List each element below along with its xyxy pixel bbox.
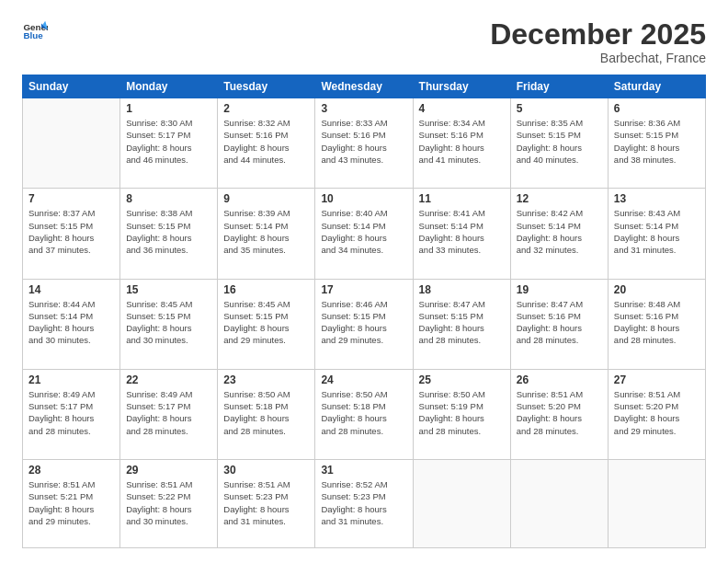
day-number: 24	[321, 373, 406, 386]
day-info: Sunrise: 8:52 AM Sunset: 5:23 PM Dayligh…	[321, 478, 406, 527]
day-info: Sunrise: 8:45 AM Sunset: 5:15 PM Dayligh…	[223, 298, 309, 347]
day-info: Sunrise: 8:36 AM Sunset: 5:15 PM Dayligh…	[614, 117, 700, 166]
col-header-sunday: Sunday	[23, 75, 120, 98]
day-number: 19	[517, 283, 602, 296]
table-row: 19Sunrise: 8:47 AM Sunset: 5:16 PM Dayli…	[510, 279, 608, 369]
table-row: 5Sunrise: 8:35 AM Sunset: 5:15 PM Daylig…	[510, 98, 608, 189]
col-header-thursday: Thursday	[413, 75, 510, 98]
day-number: 23	[223, 373, 309, 386]
table-row: 23Sunrise: 8:50 AM Sunset: 5:18 PM Dayli…	[218, 369, 315, 459]
location-subtitle: Barbechat, France	[490, 51, 706, 65]
table-row: 6Sunrise: 8:36 AM Sunset: 5:15 PM Daylig…	[608, 98, 705, 189]
day-info: Sunrise: 8:33 AM Sunset: 5:16 PM Dayligh…	[321, 117, 406, 166]
day-info: Sunrise: 8:46 AM Sunset: 5:15 PM Dayligh…	[321, 298, 406, 347]
day-info: Sunrise: 8:50 AM Sunset: 5:18 PM Dayligh…	[223, 388, 309, 437]
logo: General Blue	[22, 18, 48, 44]
table-row: 16Sunrise: 8:45 AM Sunset: 5:15 PM Dayli…	[218, 279, 315, 369]
day-number: 5	[517, 102, 602, 115]
table-row: 3Sunrise: 8:33 AM Sunset: 5:16 PM Daylig…	[315, 98, 413, 189]
day-info: Sunrise: 8:51 AM Sunset: 5:23 PM Dayligh…	[223, 478, 309, 527]
table-row	[413, 460, 510, 548]
day-number: 8	[126, 192, 211, 205]
col-header-monday: Monday	[120, 75, 218, 98]
day-info: Sunrise: 8:44 AM Sunset: 5:14 PM Dayligh…	[28, 298, 114, 347]
table-row: 28Sunrise: 8:51 AM Sunset: 5:21 PM Dayli…	[23, 460, 120, 548]
header-row: Sunday Monday Tuesday Wednesday Thursday…	[23, 75, 706, 98]
day-info: Sunrise: 8:50 AM Sunset: 5:19 PM Dayligh…	[419, 388, 505, 437]
table-row: 18Sunrise: 8:47 AM Sunset: 5:15 PM Dayli…	[413, 279, 510, 369]
table-row: 10Sunrise: 8:40 AM Sunset: 5:14 PM Dayli…	[315, 189, 413, 279]
day-number: 13	[614, 192, 700, 205]
table-row: 14Sunrise: 8:44 AM Sunset: 5:14 PM Dayli…	[23, 279, 120, 369]
day-number: 27	[614, 373, 700, 386]
day-number: 25	[419, 373, 505, 386]
day-number: 20	[614, 283, 700, 296]
day-info: Sunrise: 8:32 AM Sunset: 5:16 PM Dayligh…	[223, 117, 309, 166]
table-row: 8Sunrise: 8:38 AM Sunset: 5:15 PM Daylig…	[120, 189, 218, 279]
calendar-week-2: 7Sunrise: 8:37 AM Sunset: 5:15 PM Daylig…	[23, 189, 706, 279]
day-info: Sunrise: 8:51 AM Sunset: 5:20 PM Dayligh…	[517, 388, 602, 437]
day-number: 9	[223, 192, 309, 205]
calendar-page: General Blue December 2025 Barbechat, Fr…	[0, 0, 728, 563]
day-number: 16	[223, 283, 309, 296]
day-info: Sunrise: 8:50 AM Sunset: 5:18 PM Dayligh…	[321, 388, 406, 437]
day-info: Sunrise: 8:34 AM Sunset: 5:16 PM Dayligh…	[419, 117, 505, 166]
day-info: Sunrise: 8:51 AM Sunset: 5:20 PM Dayligh…	[614, 388, 700, 437]
day-info: Sunrise: 8:38 AM Sunset: 5:15 PM Dayligh…	[126, 207, 211, 256]
day-number: 21	[28, 373, 114, 386]
page-header: General Blue December 2025 Barbechat, Fr…	[22, 18, 706, 65]
table-row: 30Sunrise: 8:51 AM Sunset: 5:23 PM Dayli…	[218, 460, 315, 548]
day-number: 18	[419, 283, 505, 296]
day-number: 30	[223, 464, 309, 477]
day-info: Sunrise: 8:49 AM Sunset: 5:17 PM Dayligh…	[126, 388, 211, 437]
table-row: 9Sunrise: 8:39 AM Sunset: 5:14 PM Daylig…	[218, 189, 315, 279]
day-info: Sunrise: 8:48 AM Sunset: 5:16 PM Dayligh…	[614, 298, 700, 347]
table-row: 7Sunrise: 8:37 AM Sunset: 5:15 PM Daylig…	[23, 189, 120, 279]
day-info: Sunrise: 8:45 AM Sunset: 5:15 PM Dayligh…	[126, 298, 211, 347]
day-info: Sunrise: 8:40 AM Sunset: 5:14 PM Dayligh…	[321, 207, 406, 256]
table-row: 25Sunrise: 8:50 AM Sunset: 5:19 PM Dayli…	[413, 369, 510, 459]
table-row: 13Sunrise: 8:43 AM Sunset: 5:14 PM Dayli…	[608, 189, 705, 279]
title-block: December 2025 Barbechat, France	[490, 18, 706, 65]
day-info: Sunrise: 8:39 AM Sunset: 5:14 PM Dayligh…	[223, 207, 309, 256]
table-row: 27Sunrise: 8:51 AM Sunset: 5:20 PM Dayli…	[608, 369, 705, 459]
day-info: Sunrise: 8:35 AM Sunset: 5:15 PM Dayligh…	[517, 117, 602, 166]
day-info: Sunrise: 8:47 AM Sunset: 5:16 PM Dayligh…	[517, 298, 602, 347]
day-number: 22	[126, 373, 211, 386]
table-row: 26Sunrise: 8:51 AM Sunset: 5:20 PM Dayli…	[510, 369, 608, 459]
day-number: 11	[419, 192, 505, 205]
table-row: 20Sunrise: 8:48 AM Sunset: 5:16 PM Dayli…	[608, 279, 705, 369]
day-info: Sunrise: 8:43 AM Sunset: 5:14 PM Dayligh…	[614, 207, 700, 256]
day-info: Sunrise: 8:49 AM Sunset: 5:17 PM Dayligh…	[28, 388, 114, 437]
day-number: 10	[321, 192, 406, 205]
month-title: December 2025	[490, 18, 706, 51]
day-number: 14	[28, 283, 114, 296]
col-header-saturday: Saturday	[608, 75, 705, 98]
table-row: 2Sunrise: 8:32 AM Sunset: 5:16 PM Daylig…	[218, 98, 315, 189]
day-number: 15	[126, 283, 211, 296]
day-number: 12	[517, 192, 602, 205]
table-row	[23, 98, 120, 189]
day-info: Sunrise: 8:42 AM Sunset: 5:14 PM Dayligh…	[517, 207, 602, 256]
day-info: Sunrise: 8:51 AM Sunset: 5:21 PM Dayligh…	[28, 478, 114, 527]
day-info: Sunrise: 8:47 AM Sunset: 5:15 PM Dayligh…	[419, 298, 505, 347]
day-info: Sunrise: 8:51 AM Sunset: 5:22 PM Dayligh…	[126, 478, 211, 527]
day-number: 7	[28, 192, 114, 205]
calendar-week-4: 21Sunrise: 8:49 AM Sunset: 5:17 PM Dayli…	[23, 369, 706, 459]
table-row	[608, 460, 705, 548]
day-number: 4	[419, 102, 505, 115]
table-row: 11Sunrise: 8:41 AM Sunset: 5:14 PM Dayli…	[413, 189, 510, 279]
calendar-week-3: 14Sunrise: 8:44 AM Sunset: 5:14 PM Dayli…	[23, 279, 706, 369]
table-row: 29Sunrise: 8:51 AM Sunset: 5:22 PM Dayli…	[120, 460, 218, 548]
col-header-friday: Friday	[510, 75, 608, 98]
day-number: 3	[321, 102, 406, 115]
table-row: 1Sunrise: 8:30 AM Sunset: 5:17 PM Daylig…	[120, 98, 218, 189]
table-row: 24Sunrise: 8:50 AM Sunset: 5:18 PM Dayli…	[315, 369, 413, 459]
table-row: 31Sunrise: 8:52 AM Sunset: 5:23 PM Dayli…	[315, 460, 413, 548]
day-info: Sunrise: 8:30 AM Sunset: 5:17 PM Dayligh…	[126, 117, 211, 166]
day-info: Sunrise: 8:37 AM Sunset: 5:15 PM Dayligh…	[28, 207, 114, 256]
table-row: 17Sunrise: 8:46 AM Sunset: 5:15 PM Dayli…	[315, 279, 413, 369]
day-number: 17	[321, 283, 406, 296]
day-number: 26	[517, 373, 602, 386]
day-info: Sunrise: 8:41 AM Sunset: 5:14 PM Dayligh…	[419, 207, 505, 256]
